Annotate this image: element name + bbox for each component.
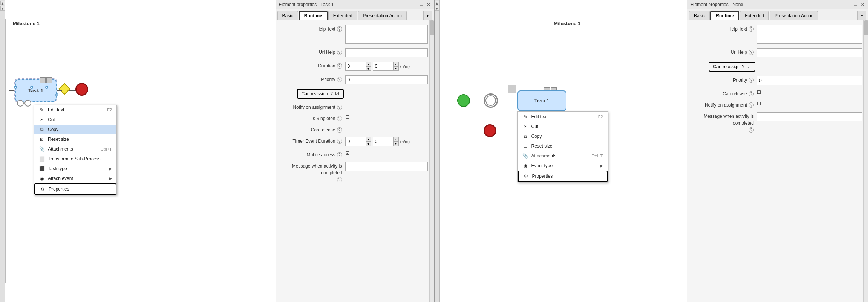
can-release-help-icon[interactable]: ? [337, 127, 342, 133]
url-help-input[interactable] [345, 48, 428, 57]
can-release-checkbox[interactable]: ☐ [345, 126, 349, 131]
tab-basic[interactable]: Basic [277, 11, 298, 20]
singleton-checkbox[interactable]: ☐ [345, 114, 349, 120]
menu-task-type[interactable]: ⬛ Task type ▶ [34, 164, 116, 174]
right-close-icon[interactable]: ✕ [860, 2, 865, 8]
duration-h-up[interactable]: ▲ [366, 62, 371, 66]
right-tab-presentation[interactable]: Presentation Action [770, 11, 818, 20]
pin-icon[interactable]: 🗕 [419, 2, 424, 8]
timer-inputs: ▲ ▼ ▲ ▼ (h/m) [345, 137, 410, 146]
can-reassign-help-icon[interactable]: ? [330, 91, 333, 96]
help-text-row: Help Text ? [282, 25, 428, 44]
right-menu-event-type[interactable]: ◉ Event type ▶ [518, 161, 608, 171]
right-panel-scrollbar[interactable] [863, 20, 868, 302]
left-panel-scrollbar[interactable] [429, 20, 434, 302]
timer-m-input[interactable] [373, 137, 393, 146]
conn-dot-3 [45, 86, 48, 89]
start-event[interactable] [457, 94, 470, 107]
right-menu-reset-size[interactable]: ⊡ Reset size [518, 141, 608, 151]
right-priority-help-icon[interactable]: ? [749, 78, 754, 83]
right-message-input[interactable] [757, 112, 862, 121]
timer-m-up[interactable]: ▲ [393, 137, 399, 142]
mobile-access-checkbox[interactable]: ☑ [345, 151, 349, 156]
menu-cut[interactable]: ✂ Cut [34, 115, 116, 125]
notify-checkbox[interactable]: ☐ [345, 103, 349, 108]
right-menu-properties[interactable]: ⚙ Properties [518, 171, 608, 182]
right-reset-icon: ⊡ [522, 143, 528, 149]
right-priority-input[interactable] [757, 76, 862, 85]
right-tab-extended[interactable]: Extended [740, 11, 769, 20]
notify-help-icon[interactable]: ? [337, 105, 342, 110]
message-help-icon[interactable]: ? [337, 177, 342, 182]
menu-edit-text[interactable]: ✎ Edit text F2 [34, 105, 116, 115]
close-icon[interactable]: ✕ [426, 2, 431, 8]
scroll-up-arrow[interactable]: ▲ [0, 1, 5, 5]
duration-m-down[interactable]: ▼ [393, 66, 399, 71]
menu-reset-size[interactable]: ⊡ Reset size [34, 134, 116, 144]
duration-m-up[interactable]: ▲ [393, 62, 399, 66]
right-notify-help-icon[interactable]: ? [749, 102, 754, 108]
duration-m-input[interactable] [373, 62, 393, 71]
message-input[interactable] [345, 162, 428, 171]
middle-event[interactable] [484, 93, 498, 108]
right-message-help-icon[interactable]: ? [749, 127, 754, 133]
right-can-reassign-help-icon[interactable]: ? [742, 64, 745, 69]
timer-help-icon[interactable]: ? [337, 139, 342, 144]
singleton-help-icon[interactable]: ? [337, 116, 342, 121]
right-url-help-icon[interactable]: ? [749, 50, 754, 55]
right-scroll-up[interactable]: ▲ [435, 1, 439, 5]
right-menu-attachments[interactable]: 📎 Attachments Ctrl+T [518, 151, 608, 161]
mobile-help-icon[interactable]: ? [337, 152, 342, 157]
right-pin-icon[interactable]: 🗕 [853, 2, 858, 8]
url-help-icon[interactable]: ? [337, 50, 342, 55]
tab-extended[interactable]: Extended [328, 11, 357, 20]
timer-h-down[interactable]: ▼ [366, 142, 371, 146]
timer-h-up[interactable]: ▲ [366, 137, 371, 142]
right-menu-copy[interactable]: ⧉ Copy [518, 131, 608, 141]
conn-dot-4 [55, 93, 58, 96]
right-tab-scroll[interactable]: ▼ [857, 11, 866, 20]
duration-h-down[interactable]: ▼ [366, 66, 371, 71]
duration-h-input[interactable] [345, 62, 366, 71]
scroll-down-arrow[interactable]: ▼ [0, 6, 5, 11]
right-tab-runtime[interactable]: Runtime [710, 11, 739, 20]
right-can-reassign-checkbox[interactable]: ☑ [747, 64, 751, 69]
right-canvas-scrollbar[interactable]: ▲ ▼ [435, 0, 440, 302]
help-text-input[interactable] [345, 25, 428, 44]
right-url-help-input[interactable] [757, 48, 862, 57]
menu-copy[interactable]: ⧉ Copy [34, 125, 116, 134]
middle-event-inner [485, 95, 496, 106]
right-can-release-checkbox[interactable]: ☐ [757, 90, 761, 95]
duration-help-icon[interactable]: ? [337, 63, 342, 69]
tab-scroll-btn[interactable]: ▼ [423, 11, 432, 20]
right-can-release-help-icon[interactable]: ? [749, 91, 754, 96]
timer-m-down[interactable]: ▼ [393, 142, 399, 146]
right-tab-basic[interactable]: Basic [689, 11, 710, 20]
tab-presentation[interactable]: Presentation Action [358, 11, 407, 20]
right-red-circle[interactable] [484, 124, 496, 137]
menu-transform[interactable]: ⬜ Transform to Sub-Process [34, 154, 116, 164]
priority-help-icon[interactable]: ? [337, 77, 342, 82]
right-scroll-down[interactable]: ▼ [435, 6, 439, 11]
right-task-node[interactable]: Task 1 [517, 90, 566, 111]
end-event[interactable] [75, 83, 88, 96]
menu-properties[interactable]: ⚙ Properties [34, 183, 116, 195]
attach-circle-1 [17, 100, 24, 107]
right-menu-cut[interactable]: ✂ Cut [518, 122, 608, 131]
right-help-text-icon[interactable]: ? [749, 26, 754, 32]
timer-h-input[interactable] [345, 137, 366, 146]
right-milestone-label: Milestone 1 [440, 21, 687, 26]
right-notify-checkbox[interactable]: ☐ [757, 101, 761, 106]
right-help-text-input[interactable] [757, 25, 862, 44]
attach-icon: 📎 [39, 146, 45, 152]
can-reassign-checkbox[interactable]: ☑ [335, 91, 339, 96]
left-canvas-scrollbar[interactable]: ▲ ▼ [0, 0, 5, 302]
tab-runtime[interactable]: Runtime [299, 11, 328, 20]
menu-attach-event[interactable]: ◉ Attach event ▶ [34, 174, 116, 183]
menu-attachments[interactable]: 📎 Attachments Ctrl+T [34, 144, 116, 154]
right-menu-edit-text[interactable]: ✎ Edit text F2 [518, 112, 608, 122]
right-message-label: Message when activity is completed ? [693, 112, 754, 133]
help-text-icon[interactable]: ? [337, 26, 342, 32]
priority-input[interactable] [345, 75, 428, 84]
diamond-gateway[interactable] [58, 83, 70, 95]
